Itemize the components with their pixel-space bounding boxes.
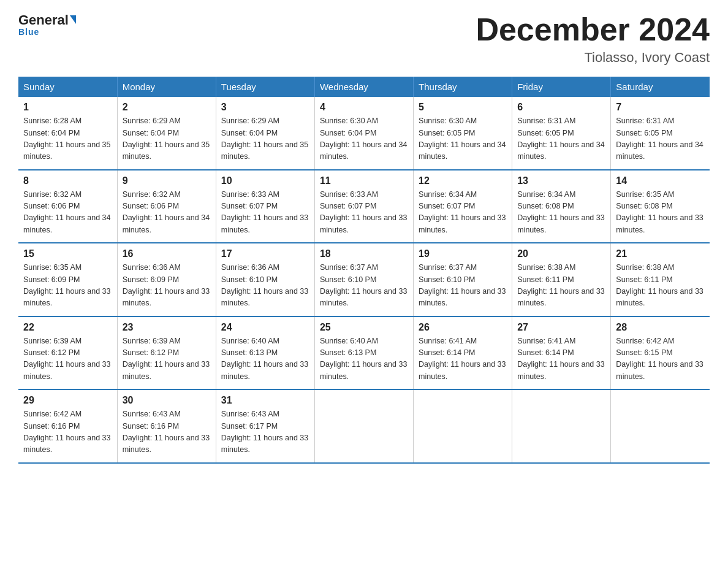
weekday-header-wednesday: Wednesday: [314, 77, 413, 97]
day-number: 12: [419, 175, 507, 186]
day-info: Sunrise: 6:32 AMSunset: 6:06 PMDaylight:…: [123, 189, 211, 237]
title-area: December 2024 Tiolasso, Ivory Coast: [476, 12, 710, 66]
calendar-cell: 27 Sunrise: 6:41 AMSunset: 6:14 PMDaylig…: [512, 316, 611, 390]
calendar-cell: [314, 389, 413, 463]
calendar-cell: 20 Sunrise: 6:38 AMSunset: 6:11 PMDaylig…: [512, 243, 611, 316]
calendar-cell: 14 Sunrise: 6:35 AMSunset: 6:08 PMDaylig…: [611, 170, 710, 243]
page-header: General Blue December 2024 Tiolasso, Ivo…: [18, 12, 710, 66]
day-number: 2: [123, 102, 211, 113]
calendar-cell: [414, 389, 512, 463]
calendar-week-row: 22 Sunrise: 6:39 AMSunset: 6:12 PMDaylig…: [18, 316, 710, 390]
weekday-header-friday: Friday: [512, 77, 611, 97]
day-number: 6: [517, 102, 605, 113]
month-year-title: December 2024: [476, 12, 710, 47]
calendar-cell: 24 Sunrise: 6:40 AMSunset: 6:13 PMDaylig…: [216, 316, 314, 390]
calendar-cell: 29 Sunrise: 6:42 AMSunset: 6:16 PMDaylig…: [18, 389, 117, 463]
day-number: 22: [23, 322, 112, 333]
day-number: 29: [23, 395, 112, 406]
weekday-header-thursday: Thursday: [414, 77, 512, 97]
calendar-cell: 18 Sunrise: 6:37 AMSunset: 6:10 PMDaylig…: [314, 243, 413, 316]
day-number: 3: [221, 102, 309, 113]
day-number: 10: [221, 175, 309, 186]
day-info: Sunrise: 6:34 AMSunset: 6:08 PMDaylight:…: [517, 189, 605, 237]
day-number: 9: [123, 175, 211, 186]
day-number: 1: [23, 102, 112, 113]
day-info: Sunrise: 6:36 AMSunset: 6:09 PMDaylight:…: [123, 262, 211, 310]
calendar-cell: 16 Sunrise: 6:36 AMSunset: 6:09 PMDaylig…: [117, 243, 216, 316]
calendar-cell: [611, 389, 710, 463]
calendar-cell: 17 Sunrise: 6:36 AMSunset: 6:10 PMDaylig…: [216, 243, 314, 316]
calendar-week-row: 29 Sunrise: 6:42 AMSunset: 6:16 PMDaylig…: [18, 389, 710, 463]
day-number: 11: [320, 175, 408, 186]
day-number: 16: [123, 248, 211, 259]
weekday-header-row: SundayMondayTuesdayWednesdayThursdayFrid…: [18, 77, 710, 97]
day-info: Sunrise: 6:39 AMSunset: 6:12 PMDaylight:…: [123, 335, 211, 383]
day-info: Sunrise: 6:39 AMSunset: 6:12 PMDaylight:…: [23, 335, 112, 383]
calendar-cell: 4 Sunrise: 6:30 AMSunset: 6:04 PMDayligh…: [314, 97, 413, 170]
calendar-week-row: 1 Sunrise: 6:28 AMSunset: 6:04 PMDayligh…: [18, 97, 710, 170]
calendar-cell: 30 Sunrise: 6:43 AMSunset: 6:16 PMDaylig…: [117, 389, 216, 463]
logo: General Blue: [18, 12, 76, 37]
calendar-cell: 7 Sunrise: 6:31 AMSunset: 6:05 PMDayligh…: [611, 97, 710, 170]
day-number: 20: [517, 248, 605, 259]
calendar-cell: 8 Sunrise: 6:32 AMSunset: 6:06 PMDayligh…: [18, 170, 117, 243]
day-number: 23: [123, 322, 211, 333]
day-number: 4: [320, 102, 408, 113]
day-number: 24: [221, 322, 309, 333]
day-info: Sunrise: 6:30 AMSunset: 6:04 PMDaylight:…: [320, 115, 408, 163]
calendar-cell: 15 Sunrise: 6:35 AMSunset: 6:09 PMDaylig…: [18, 243, 117, 316]
day-info: Sunrise: 6:33 AMSunset: 6:07 PMDaylight:…: [320, 189, 408, 237]
calendar-cell: 10 Sunrise: 6:33 AMSunset: 6:07 PMDaylig…: [216, 170, 314, 243]
calendar-cell: 26 Sunrise: 6:41 AMSunset: 6:14 PMDaylig…: [414, 316, 512, 390]
day-info: Sunrise: 6:32 AMSunset: 6:06 PMDaylight:…: [23, 189, 112, 237]
calendar-cell: 5 Sunrise: 6:30 AMSunset: 6:05 PMDayligh…: [414, 97, 512, 170]
calendar-week-row: 15 Sunrise: 6:35 AMSunset: 6:09 PMDaylig…: [18, 243, 710, 316]
day-info: Sunrise: 6:31 AMSunset: 6:05 PMDaylight:…: [616, 115, 705, 163]
day-info: Sunrise: 6:40 AMSunset: 6:13 PMDaylight:…: [221, 335, 309, 383]
calendar-cell: 9 Sunrise: 6:32 AMSunset: 6:06 PMDayligh…: [117, 170, 216, 243]
day-info: Sunrise: 6:35 AMSunset: 6:08 PMDaylight:…: [616, 189, 705, 237]
day-info: Sunrise: 6:38 AMSunset: 6:11 PMDaylight:…: [517, 262, 605, 310]
day-info: Sunrise: 6:36 AMSunset: 6:10 PMDaylight:…: [221, 262, 309, 310]
calendar-cell: 2 Sunrise: 6:29 AMSunset: 6:04 PMDayligh…: [117, 97, 216, 170]
logo-general-text: General: [18, 12, 69, 28]
day-number: 28: [616, 322, 705, 333]
calendar-cell: 31 Sunrise: 6:43 AMSunset: 6:17 PMDaylig…: [216, 389, 314, 463]
weekday-header-saturday: Saturday: [611, 77, 710, 97]
weekday-header-sunday: Sunday: [18, 77, 117, 97]
day-info: Sunrise: 6:37 AMSunset: 6:10 PMDaylight:…: [419, 262, 507, 310]
day-info: Sunrise: 6:40 AMSunset: 6:13 PMDaylight:…: [320, 335, 408, 383]
day-info: Sunrise: 6:30 AMSunset: 6:05 PMDaylight:…: [419, 115, 507, 163]
calendar-cell: 3 Sunrise: 6:29 AMSunset: 6:04 PMDayligh…: [216, 97, 314, 170]
day-number: 21: [616, 248, 705, 259]
calendar-cell: 6 Sunrise: 6:31 AMSunset: 6:05 PMDayligh…: [512, 97, 611, 170]
day-info: Sunrise: 6:34 AMSunset: 6:07 PMDaylight:…: [419, 189, 507, 237]
calendar-cell: [512, 389, 611, 463]
day-number: 18: [320, 248, 408, 259]
day-info: Sunrise: 6:43 AMSunset: 6:16 PMDaylight:…: [123, 408, 211, 456]
day-info: Sunrise: 6:35 AMSunset: 6:09 PMDaylight:…: [23, 262, 112, 310]
calendar-cell: 11 Sunrise: 6:33 AMSunset: 6:07 PMDaylig…: [314, 170, 413, 243]
calendar-cell: 21 Sunrise: 6:38 AMSunset: 6:11 PMDaylig…: [611, 243, 710, 316]
location-subtitle: Tiolasso, Ivory Coast: [476, 50, 710, 66]
day-number: 7: [616, 102, 705, 113]
day-info: Sunrise: 6:42 AMSunset: 6:16 PMDaylight:…: [23, 408, 112, 456]
day-info: Sunrise: 6:28 AMSunset: 6:04 PMDaylight:…: [23, 115, 112, 163]
calendar-cell: 22 Sunrise: 6:39 AMSunset: 6:12 PMDaylig…: [18, 316, 117, 390]
calendar-cell: 13 Sunrise: 6:34 AMSunset: 6:08 PMDaylig…: [512, 170, 611, 243]
calendar-cell: 12 Sunrise: 6:34 AMSunset: 6:07 PMDaylig…: [414, 170, 512, 243]
logo-blue-text: Blue: [18, 27, 39, 37]
day-info: Sunrise: 6:29 AMSunset: 6:04 PMDaylight:…: [123, 115, 211, 163]
day-info: Sunrise: 6:29 AMSunset: 6:04 PMDaylight:…: [221, 115, 309, 163]
day-number: 26: [419, 322, 507, 333]
day-info: Sunrise: 6:31 AMSunset: 6:05 PMDaylight:…: [517, 115, 605, 163]
calendar-week-row: 8 Sunrise: 6:32 AMSunset: 6:06 PMDayligh…: [18, 170, 710, 243]
calendar-cell: 1 Sunrise: 6:28 AMSunset: 6:04 PMDayligh…: [18, 97, 117, 170]
weekday-header-monday: Monday: [117, 77, 216, 97]
day-number: 15: [23, 248, 112, 259]
day-info: Sunrise: 6:41 AMSunset: 6:14 PMDaylight:…: [517, 335, 605, 383]
day-info: Sunrise: 6:43 AMSunset: 6:17 PMDaylight:…: [221, 408, 309, 456]
day-number: 19: [419, 248, 507, 259]
day-info: Sunrise: 6:37 AMSunset: 6:10 PMDaylight:…: [320, 262, 408, 310]
calendar-table: SundayMondayTuesdayWednesdayThursdayFrid…: [18, 77, 710, 464]
